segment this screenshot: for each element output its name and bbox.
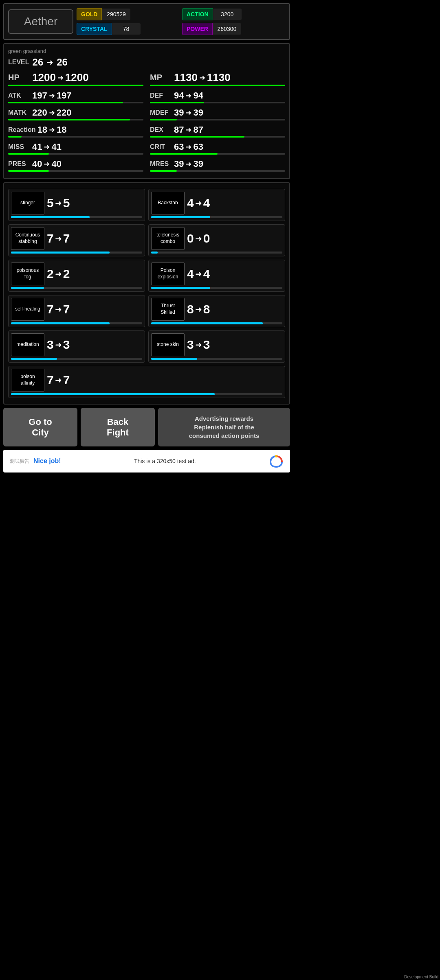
skill-bar-bg [151, 252, 282, 254]
stat-label: DEX [150, 126, 172, 133]
svg-point-1 [275, 455, 277, 457]
character-name: Aether [8, 9, 73, 34]
stat-to: 40 [51, 159, 61, 169]
stat-bar-bg [8, 136, 143, 138]
stat-bar [150, 170, 177, 172]
crystal-label: CRYSTAL [77, 23, 112, 35]
header-panel: Aether GOLD 290529 ACTION 3200 CRYSTAL 7… [3, 3, 290, 40]
stat-from: 94 [174, 90, 184, 101]
skill-bar [11, 287, 44, 289]
stat-from: 41 [32, 142, 42, 152]
skill-from: 4 [187, 196, 194, 210]
skill-arrow: ➜ [195, 304, 202, 314]
stat-bar [150, 85, 285, 86]
stat-label: MISS [8, 143, 31, 151]
advertising-rewards-button[interactable]: Advertising rewardsReplenish half of the… [158, 408, 290, 446]
skill-bar [11, 393, 215, 395]
skill-entry-telekinesis-combo: telekinesis combo 0 ➜ 0 [148, 224, 285, 256]
stat-bar [8, 119, 130, 120]
stat-to: 94 [193, 90, 203, 101]
skill-values: 3 ➜ 3 [187, 338, 282, 352]
skill-values: 7 ➜ 7 [47, 232, 142, 245]
stat-bar [8, 136, 22, 138]
stat-bar-bg [150, 102, 285, 103]
stat-row: MRES 39 ➜ 39 [150, 159, 285, 169]
ad-test-label: 測試廣告 [10, 458, 29, 465]
stat-label: PRES [8, 160, 31, 168]
stat-block-hp: HP 1200 ➜ 1200 [8, 71, 143, 89]
skill-to: 0 [203, 232, 210, 245]
skill-bar [151, 252, 158, 254]
stat-bar [8, 153, 49, 155]
skill-bar-bg [11, 393, 282, 395]
stat-label: ATK [8, 92, 31, 99]
stat-block-def: DEF 94 ➜ 94 [150, 90, 285, 106]
skill-bar-bg [11, 358, 142, 360]
skill-bar [11, 252, 110, 254]
stat-block-dex: DEX 87 ➜ 87 [150, 125, 285, 140]
skill-values: 4 ➜ 4 [187, 267, 282, 281]
skill-from: 4 [187, 267, 194, 281]
skill-from: 7 [47, 373, 54, 387]
skill-from: 0 [187, 232, 194, 245]
ad-logo [269, 454, 284, 468]
stat-to: 1130 [207, 71, 231, 84]
stat-from: 197 [32, 90, 47, 101]
skill-arrow: ➜ [55, 340, 62, 350]
stat-from: 63 [174, 142, 184, 152]
skills-grid: stinger 5 ➜ 5 Backstab 4 ➜ 4 Continuous … [8, 187, 285, 400]
skill-to: 7 [63, 373, 70, 387]
stat-label: Reaction [8, 126, 36, 133]
skill-values: 5 ➜ 5 [47, 196, 142, 210]
stat-to: 220 [57, 107, 72, 118]
skill-values: 7 ➜ 7 [47, 302, 142, 316]
stat-row: DEF 94 ➜ 94 [150, 90, 285, 101]
back-fight-button[interactable]: BackFight [81, 408, 155, 446]
stat-arrow: ➜ [185, 108, 191, 117]
skill-values: 3 ➜ 3 [47, 338, 142, 352]
skill-to: 3 [63, 338, 70, 352]
stat-block-atk: ATK 197 ➜ 197 [8, 90, 143, 106]
go-to-city-button[interactable]: Go toCity [3, 408, 77, 446]
stat-bar-bg [8, 119, 143, 120]
skill-arrow: ➜ [195, 234, 202, 243]
stat-row: PRES 40 ➜ 40 [8, 159, 143, 169]
skill-entry-meditation: meditation 3 ➜ 3 [8, 330, 145, 363]
skill-bar-bg [11, 252, 142, 254]
skill-values: 0 ➜ 0 [187, 232, 282, 245]
skill-name: poison affinity [11, 369, 44, 392]
skill-from: 7 [47, 232, 54, 245]
skill-row: poison affinity 7 ➜ 7 [11, 369, 282, 392]
skill-bar [151, 216, 210, 218]
skill-arrow: ➜ [55, 198, 62, 208]
skill-entry-poison-affinity: poison affinity 7 ➜ 7 [8, 366, 285, 398]
stat-bar [8, 102, 123, 103]
stat-arrow: ➜ [49, 108, 55, 117]
location-text: green grassland [8, 48, 285, 54]
stat-block-pres: PRES 40 ➜ 40 [8, 159, 143, 174]
action-value: 3200 [213, 9, 242, 20]
stat-from: 39 [174, 107, 184, 118]
power-label: POWER [182, 23, 213, 35]
stat-from: 39 [174, 159, 184, 169]
level-arrow: ➜ [46, 57, 53, 67]
stat-to: 87 [193, 125, 203, 135]
skill-to: 5 [63, 196, 70, 210]
bottom-buttons: Go toCity BackFight Advertising rewardsR… [3, 408, 290, 446]
stat-arrow: ➜ [199, 73, 205, 82]
skill-row: meditation 3 ➜ 3 [11, 333, 142, 356]
skill-row: stinger 5 ➜ 5 [11, 192, 142, 214]
level-from: 26 [33, 57, 44, 68]
stat-bar-bg [150, 153, 285, 155]
stat-row: CRIT 63 ➜ 63 [150, 142, 285, 152]
stat-to: 1200 [65, 71, 89, 84]
skill-row: Continuous stabbing 7 ➜ 7 [11, 227, 142, 250]
skill-arrow: ➜ [55, 234, 62, 243]
stat-row: HP 1200 ➜ 1200 [8, 71, 143, 84]
stat-arrow: ➜ [185, 142, 191, 151]
stat-label: MRES [150, 160, 172, 168]
skill-name: meditation [11, 333, 44, 356]
stat-block-mdef: MDEF 39 ➜ 39 [150, 107, 285, 123]
skill-values: 4 ➜ 4 [187, 196, 282, 210]
skill-bar [11, 216, 90, 218]
